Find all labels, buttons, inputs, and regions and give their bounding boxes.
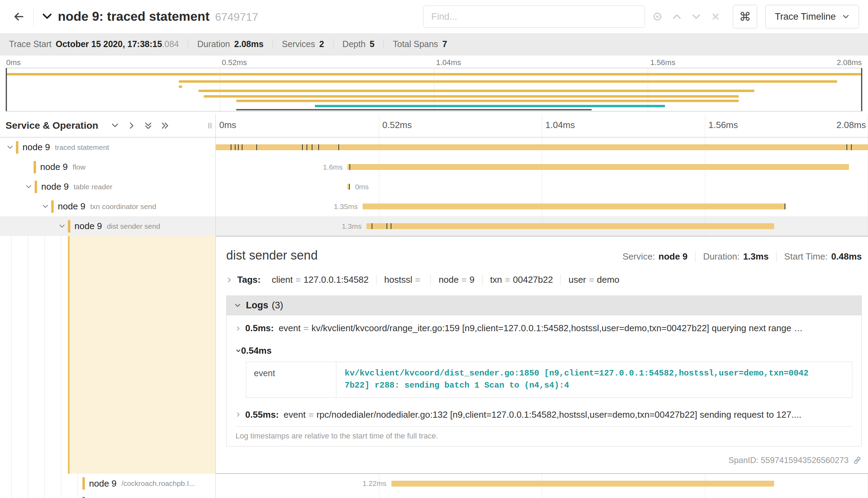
span-detail-meta: Service:node 9 Duration:1.3ms Start Time… bbox=[615, 251, 862, 262]
column-resize-grip[interactable] bbox=[206, 120, 213, 131]
service-color-indicator bbox=[82, 477, 85, 490]
tag-equals: = bbox=[589, 274, 594, 285]
find-input[interactable] bbox=[423, 6, 645, 28]
service-name: node 9 bbox=[89, 478, 117, 489]
trace-view-selector[interactable]: Trace Timeline bbox=[765, 5, 859, 28]
summary-depth: Depth 5 bbox=[333, 39, 384, 49]
operation-name: traced statement bbox=[55, 143, 109, 152]
span-row-table-reader: node 9 table reader 0ms bbox=[0, 177, 868, 197]
minimap-left-scrubber[interactable] bbox=[6, 68, 7, 111]
ruler-tick: 0.52ms bbox=[382, 120, 412, 130]
operation-name: /cockroach.roachpb.I... bbox=[122, 479, 195, 488]
span-bar[interactable] bbox=[347, 164, 849, 170]
meta-label: Service: bbox=[622, 251, 655, 262]
span-name-cell[interactable]: node 9 /cockroach.roachpb.I... bbox=[0, 474, 216, 494]
find-prev-chevron-up-icon[interactable] bbox=[670, 10, 684, 24]
minimap-span-bar bbox=[204, 95, 739, 98]
span-bar[interactable] bbox=[391, 481, 774, 487]
log-value: kv/kvclient/kvcoord/range_iter.go:159 [n… bbox=[311, 323, 803, 333]
log-marker bbox=[231, 144, 231, 150]
operation-name: txn coordinator send bbox=[90, 202, 156, 211]
keyboard-shortcuts-button[interactable]: ⌘ bbox=[733, 5, 757, 28]
summary-total-spans: Total Spans 7 bbox=[383, 39, 456, 49]
span-duration-label: 1.35ms bbox=[334, 202, 358, 211]
span-bar-cell[interactable]: 1.35ms bbox=[216, 197, 868, 216]
log-marker bbox=[372, 223, 372, 229]
summary-value: October 15 2020, 17:38:15.084 bbox=[56, 39, 179, 49]
span-id-label: SpanID: 5597415943526560273 bbox=[728, 455, 849, 465]
span-name-cell[interactable]: node 9 table reader bbox=[0, 177, 216, 197]
minimap-canvas[interactable] bbox=[6, 68, 862, 111]
span-bar-cell[interactable]: 1.3ms bbox=[216, 216, 868, 236]
chevron-down-icon bbox=[234, 302, 241, 309]
log-marker bbox=[349, 164, 350, 170]
span-rows: node 9 traced statement node 9 flow 1. bbox=[0, 137, 868, 498]
service-color-indicator bbox=[34, 161, 36, 173]
minimap-right-scrubber[interactable] bbox=[861, 68, 862, 111]
span-bar[interactable] bbox=[366, 223, 774, 229]
logs-accordion-header[interactable]: Logs (3) bbox=[227, 296, 861, 315]
span-duration-label: 1.3ms bbox=[342, 222, 362, 230]
log-marker bbox=[235, 144, 236, 150]
tag-equals: = bbox=[415, 274, 420, 285]
minimap-span-bar bbox=[179, 85, 182, 88]
chevron-down-icon bbox=[842, 13, 850, 20]
trace-minimap: 0ms 0.52ms 1.04ms 1.56ms 2.08ms bbox=[0, 55, 868, 114]
span-bar-cell[interactable]: 0ms bbox=[216, 177, 868, 197]
view-selector-label: Trace Timeline bbox=[775, 11, 836, 22]
tag-item: hostssl= bbox=[376, 274, 431, 285]
chevron-right-icon bbox=[226, 277, 232, 283]
span-name-cell[interactable]: node 9 flow bbox=[0, 157, 216, 177]
collapse-all-double-chevron-down-icon[interactable] bbox=[144, 121, 152, 130]
copy-link-icon[interactable] bbox=[853, 456, 862, 465]
tags-accordion[interactable]: Tags: client=127.0.0.1:54582 hostssl= no… bbox=[226, 274, 862, 285]
log-entry[interactable]: 0.5ms: event=kv/kvclient/kvcoord/range_i… bbox=[236, 317, 852, 340]
ruler-tick: 1.56ms bbox=[650, 58, 675, 67]
span-bar[interactable] bbox=[363, 203, 786, 209]
back-icon[interactable] bbox=[9, 7, 28, 26]
tag-key: hostssl bbox=[384, 274, 412, 285]
chevron-down-icon[interactable] bbox=[39, 203, 51, 210]
span-detail-accent-band bbox=[68, 236, 215, 474]
tag-item: user=demo bbox=[560, 274, 627, 285]
span-name-cell[interactable]: node 4 /cockroach.roachpb.I... bbox=[0, 494, 216, 498]
tag-value: 9 bbox=[469, 274, 474, 285]
log-marker bbox=[391, 223, 391, 229]
log-value: rpc/nodedialer/nodedialer.go:132 [n9,cli… bbox=[317, 409, 801, 420]
log-entry-expanded: 0.54ms event kv/kvclient/kvcoord/dist_se… bbox=[236, 340, 852, 398]
expand-all-double-chevron-right-icon[interactable] bbox=[161, 121, 169, 130]
span-name-cell[interactable]: node 9 txn coordinator send bbox=[0, 197, 216, 216]
logs-title: Logs bbox=[246, 300, 268, 311]
header-divider bbox=[33, 7, 34, 27]
chevron-down-icon[interactable] bbox=[56, 223, 68, 230]
log-marker bbox=[302, 144, 303, 150]
span-name-cell[interactable]: node 9 traced statement bbox=[0, 137, 216, 157]
meta-value: node 9 bbox=[658, 251, 688, 262]
find-scope-icon[interactable] bbox=[650, 10, 664, 24]
span-bar-cell[interactable]: 0.85ms bbox=[216, 494, 868, 498]
log-entry[interactable]: 0.54ms bbox=[236, 340, 852, 357]
span-bar[interactable] bbox=[216, 144, 868, 150]
collapse-one-chevron-down-icon[interactable] bbox=[111, 121, 119, 130]
span-bar-cell[interactable] bbox=[216, 137, 868, 157]
find-next-chevron-down-icon[interactable] bbox=[689, 10, 703, 24]
find-clear-icon[interactable] bbox=[709, 10, 723, 24]
timeline-ruler: 0ms 0.52ms 1.04ms 1.56ms 2.08ms bbox=[216, 114, 868, 137]
chevron-down-icon[interactable] bbox=[4, 144, 16, 151]
span-name-cell[interactable]: node 9 dist sender send bbox=[0, 216, 216, 236]
service-color-indicator bbox=[51, 200, 54, 213]
log-entry[interactable]: 0.55ms: event=rpc/nodedialer/nodedialer.… bbox=[236, 403, 852, 426]
span-bar-cell[interactable]: 1.22ms bbox=[216, 474, 868, 494]
summary-duration: Duration 2.08ms bbox=[188, 39, 273, 49]
trace-start-ms: .084 bbox=[162, 39, 179, 49]
detail-duration: Duration:1.3ms bbox=[695, 251, 776, 262]
span-duration-label: 1.6ms bbox=[323, 163, 343, 171]
span-detail-header: dist sender send Service:node 9 Duration… bbox=[226, 248, 862, 263]
trace-collapse-chevron-icon[interactable] bbox=[41, 11, 53, 22]
service-name: node 9 bbox=[41, 181, 69, 192]
expand-one-chevron-right-icon[interactable] bbox=[127, 121, 136, 130]
log-value-cell: kv/kvclient/kvcoord/dist_sender.go:1850 … bbox=[336, 362, 852, 397]
span-duration-label: 1.22ms bbox=[363, 479, 387, 488]
chevron-down-icon[interactable] bbox=[23, 183, 35, 190]
span-bar-cell[interactable]: 1.6ms bbox=[216, 157, 868, 177]
